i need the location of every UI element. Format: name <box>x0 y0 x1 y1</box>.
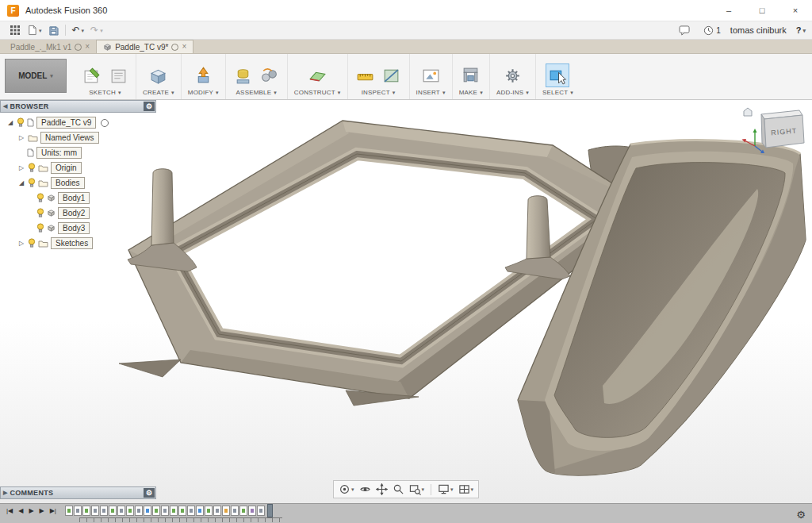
expand-arrow-icon[interactable]: ◢ <box>17 179 25 187</box>
scripts-addins-button[interactable] <box>501 64 523 87</box>
workspace-selector[interactable]: MODEL ▾ <box>5 59 67 93</box>
timeline-position-marker[interactable] <box>267 504 273 517</box>
grid-layout-button[interactable]: ▾ <box>457 483 476 496</box>
collapse-arrow-icon[interactable]: ◀ <box>1 103 10 110</box>
make-3d-print-button[interactable] <box>460 64 482 87</box>
look-at-button[interactable] <box>358 483 373 496</box>
fusion-logo-icon[interactable]: F <box>7 5 19 17</box>
data-panel-button[interactable] <box>6 24 24 37</box>
zoom-button[interactable] <box>391 483 406 496</box>
timeline-feature-sketch[interactable] <box>152 506 160 516</box>
tree-row-body3[interactable]: Body3 <box>0 221 156 236</box>
tab-close-icon[interactable]: × <box>85 43 90 51</box>
timeline-feature-extrude[interactable] <box>187 506 195 516</box>
inspect-menu[interactable]: INSPECT▾ <box>362 89 396 96</box>
tree-row-origin[interactable]: ▷ Origin <box>0 160 156 175</box>
help-menu-button[interactable]: ? ▾ <box>796 25 806 35</box>
timeline-settings-gear-icon[interactable]: ⚙ <box>796 510 806 520</box>
construct-plane-button[interactable] <box>306 64 328 87</box>
timeline-feature-sketch[interactable] <box>205 506 213 516</box>
timeline-scrubber[interactable] <box>79 517 282 522</box>
bulb-icon[interactable] <box>36 223 44 233</box>
viewcube[interactable]: RIGHT <box>737 105 807 157</box>
tree-row-named-views[interactable]: ▷ Named Views <box>0 130 156 145</box>
step-forward-button[interactable]: ▶ <box>37 507 47 515</box>
tree-row-body1[interactable]: Body1 <box>0 190 156 206</box>
tree-row-bodies[interactable]: ◢ Bodies <box>0 175 156 190</box>
orbit-button[interactable]: ▾ <box>337 483 356 496</box>
stop-sketch-button[interactable] <box>107 64 129 87</box>
home-icon[interactable] <box>744 108 752 116</box>
timeline-feature-extrude[interactable] <box>100 506 108 516</box>
timeline-feature-fillet[interactable] <box>196 506 204 516</box>
timeline-feature-sketch[interactable] <box>126 506 134 516</box>
timeline-feature-extrude[interactable] <box>74 506 82 516</box>
bulb-icon[interactable] <box>36 193 44 203</box>
modify-menu[interactable]: MODIFY▾ <box>188 89 219 96</box>
play-button[interactable]: ▶ <box>26 507 36 515</box>
redo-button[interactable]: ↷ ▾ <box>87 25 106 36</box>
tree-node-label[interactable]: Sketches <box>51 237 93 249</box>
tab-close-icon[interactable]: × <box>182 43 186 51</box>
timeline-feature-extrude[interactable] <box>91 506 99 516</box>
press-pull-button[interactable] <box>192 64 214 87</box>
tree-row-body2[interactable]: Body2 <box>0 206 156 221</box>
expand-arrow-icon[interactable]: ▷ <box>17 240 25 247</box>
comments-toggle-button[interactable] <box>676 25 694 37</box>
bulb-icon[interactable] <box>28 178 36 188</box>
tree-node-label[interactable]: Origin <box>51 162 82 174</box>
bulb-icon[interactable] <box>28 163 36 173</box>
expand-arrow-icon[interactable]: ▷ <box>17 134 25 141</box>
make-menu[interactable]: MAKE▾ <box>459 89 483 96</box>
select-tool-button[interactable] <box>546 64 569 87</box>
bulb-icon[interactable] <box>28 238 36 248</box>
tab-paddle-tc-v9[interactable]: Paddle_TC v9* × <box>96 40 193 53</box>
tree-row-sketches[interactable]: ▷ Sketches <box>0 236 156 251</box>
assemble-menu[interactable]: ASSEMBLE▾ <box>236 89 277 96</box>
timeline-feature-extrude[interactable] <box>213 506 221 516</box>
tree-row-units[interactable]: Units: mm <box>0 145 156 160</box>
timeline-feature-sketch[interactable] <box>82 506 90 516</box>
timeline-feature-extrude[interactable] <box>231 506 239 516</box>
save-button[interactable] <box>45 25 62 37</box>
tab-paddle-mk1[interactable]: Paddle_._Mk1 v1 × <box>4 40 96 53</box>
minimize-button[interactable]: – <box>712 0 745 21</box>
bulb-icon[interactable] <box>36 208 44 218</box>
joint-button[interactable] <box>259 64 281 87</box>
timeline-feature-combine[interactable] <box>222 506 230 516</box>
tree-node-label[interactable]: Bodies <box>51 177 85 189</box>
new-component-button[interactable] <box>232 64 255 87</box>
timeline-feature-extrude[interactable] <box>257 506 265 516</box>
browser-header[interactable]: ◀ BROWSER ⚙ <box>0 100 156 113</box>
sketch-menu[interactable]: SKETCH▾ <box>89 89 121 96</box>
user-account-button[interactable]: tomas ciniburk <box>730 25 787 35</box>
activate-radio-icon[interactable] <box>101 119 109 127</box>
create-form-button[interactable] <box>147 64 170 87</box>
display-settings-button[interactable]: ▾ <box>436 483 455 496</box>
construct-menu[interactable]: CONSTRUCT▾ <box>294 89 341 96</box>
maximize-button[interactable]: □ <box>745 0 779 21</box>
timeline-feature-fillet[interactable] <box>144 506 151 516</box>
expand-arrow-icon[interactable]: ◢ <box>6 119 14 126</box>
skip-to-end-button[interactable]: ▶| <box>48 507 59 515</box>
comments-header[interactable]: ▶ COMMENTS ⚙ <box>0 486 156 499</box>
tree-node-label[interactable]: Body1 <box>58 192 90 204</box>
timeline-feature-sketch[interactable] <box>239 506 247 516</box>
gear-icon[interactable]: ⚙ <box>144 102 155 111</box>
expand-arrow-icon[interactable]: ▷ <box>17 164 25 171</box>
insert-canvas-button[interactable] <box>419 64 442 87</box>
timeline-feature-sketch[interactable] <box>178 506 186 516</box>
fit-view-button[interactable]: ▾ <box>408 483 427 496</box>
tree-node-label[interactable]: Units: mm <box>36 147 82 159</box>
timeline-feature-sketch[interactable] <box>109 506 117 516</box>
create-menu[interactable]: CREATE▾ <box>143 89 174 96</box>
timeline-feature-shell[interactable] <box>248 506 256 516</box>
viewport-canvas[interactable]: ◀ BROWSER ⚙ ◢ Paddle_TC v9 ▷ Named Views <box>0 100 812 503</box>
tree-row-root[interactable]: ◢ Paddle_TC v9 <box>0 115 156 130</box>
tree-node-label[interactable]: Named Views <box>40 132 99 144</box>
select-menu[interactable]: SELECT▾ <box>542 89 573 96</box>
addins-menu[interactable]: ADD-INS▾ <box>496 89 529 96</box>
section-analysis-button[interactable] <box>381 64 403 87</box>
tree-node-label[interactable]: Body3 <box>58 222 90 234</box>
gear-icon[interactable]: ⚙ <box>144 488 155 498</box>
